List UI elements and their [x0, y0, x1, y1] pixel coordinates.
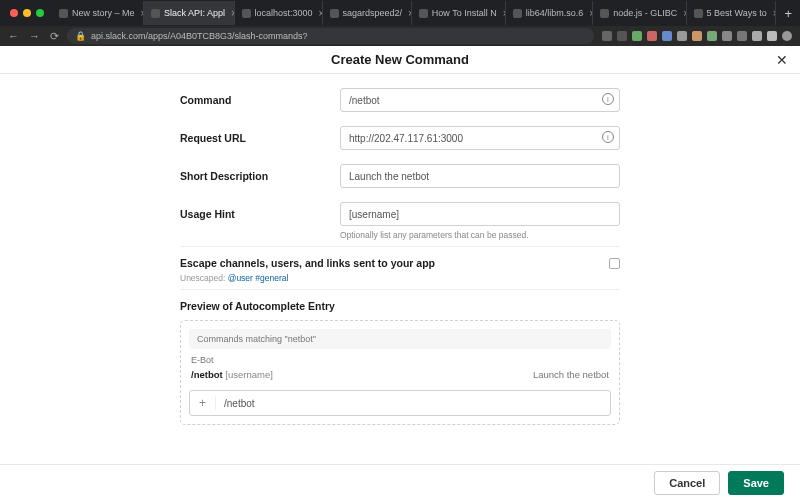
escape-row: Escape channels, users, and links sent t… [180, 257, 620, 269]
short-desc-row: Short Description [180, 164, 620, 188]
preview-box: Commands matching "netbot" E-Bot /netbot… [180, 320, 620, 425]
short-desc-input[interactable] [340, 164, 620, 188]
close-dialog-icon[interactable]: ✕ [776, 52, 788, 68]
favicon-icon [242, 9, 251, 18]
footer: Cancel Save [0, 464, 800, 500]
minimize-window-icon[interactable] [23, 9, 31, 17]
tab-3[interactable]: sagardspeed2/× [323, 1, 412, 25]
favicon-icon [694, 9, 703, 18]
usage-hint-row: Usage Hint [180, 202, 620, 226]
usage-hint-note: Optionally list any parameters that can … [340, 230, 620, 240]
usage-hint-label: Usage Hint [180, 208, 340, 220]
page-title: Create New Command [331, 52, 469, 67]
tab-4[interactable]: How To Install N× [412, 1, 506, 25]
info-icon[interactable]: i [602, 93, 614, 105]
page-content: Create New Command ✕ Command i Request U… [0, 46, 800, 464]
page-header: Create New Command ✕ [0, 46, 800, 74]
favicon-icon [419, 9, 428, 18]
tab-7[interactable]: 5 Best Ways to× [687, 1, 777, 25]
request-url-row: Request URL i [180, 126, 620, 150]
new-tab-button[interactable]: + [776, 6, 800, 21]
url-text: api.slack.com/apps/A04B0TCB8G3/slash-com… [91, 31, 308, 41]
maximize-window-icon[interactable] [36, 9, 44, 17]
url-input[interactable]: 🔒 api.slack.com/apps/A04B0TCB8G3/slash-c… [67, 28, 594, 44]
command-input[interactable] [340, 88, 620, 112]
escape-label: Escape channels, users, and links sent t… [180, 257, 435, 269]
divider [180, 246, 620, 247]
preview-title: Preview of Autocomplete Entry [180, 300, 620, 312]
preview-command-line: /netbot [username] Launch the netbot [189, 367, 611, 382]
tab-strip: New story – Me× Slack API: Appl× localho… [0, 0, 800, 26]
tab-1[interactable]: Slack API: Appl× [144, 1, 235, 25]
preview-input-text: /netbot [216, 398, 255, 409]
favicon-icon [59, 9, 68, 18]
reload-icon[interactable]: ⟳ [50, 30, 59, 43]
back-icon[interactable]: ← [8, 30, 19, 43]
extension-icons[interactable] [602, 31, 792, 41]
tab-6[interactable]: node.js - GLIBC× [593, 1, 686, 25]
forward-icon[interactable]: → [29, 30, 40, 43]
command-label: Command [180, 94, 340, 106]
favicon-icon [600, 9, 609, 18]
address-bar: ← → ⟳ 🔒 api.slack.com/apps/A04B0TCB8G3/s… [0, 26, 800, 46]
plus-icon[interactable]: + [190, 396, 216, 410]
command-row: Command i [180, 88, 620, 112]
unescaped-example: Unescaped: @user #general [180, 273, 620, 283]
preview-cmd: /netbot [191, 369, 223, 380]
preview-app-name: E-Bot [191, 355, 609, 365]
favicon-icon [151, 9, 160, 18]
preview-matching: Commands matching "netbot" [189, 329, 611, 349]
preview-slash-input: + /netbot [189, 390, 611, 416]
favicon-icon [513, 9, 522, 18]
close-window-icon[interactable] [10, 9, 18, 17]
request-url-input[interactable] [340, 126, 620, 150]
lock-icon: 🔒 [75, 31, 86, 41]
info-icon[interactable]: i [602, 131, 614, 143]
escape-checkbox[interactable] [609, 258, 620, 269]
favicon-icon [330, 9, 339, 18]
divider [180, 289, 620, 290]
save-button[interactable]: Save [728, 471, 784, 495]
window-controls[interactable] [6, 9, 52, 17]
usage-hint-input[interactable] [340, 202, 620, 226]
tab-5[interactable]: lib64/libm.so.6× [506, 1, 594, 25]
preview-usage: [username] [225, 369, 273, 380]
short-desc-label: Short Description [180, 170, 340, 182]
tab-2[interactable]: localhost:3000× [235, 1, 323, 25]
request-url-label: Request URL [180, 132, 340, 144]
preview-desc: Launch the netbot [533, 369, 609, 380]
tab-0[interactable]: New story – Me× [52, 1, 144, 25]
browser-chrome: New story – Me× Slack API: Appl× localho… [0, 0, 800, 46]
form: Command i Request URL i Short Descriptio… [180, 88, 620, 425]
cancel-button[interactable]: Cancel [654, 471, 720, 495]
